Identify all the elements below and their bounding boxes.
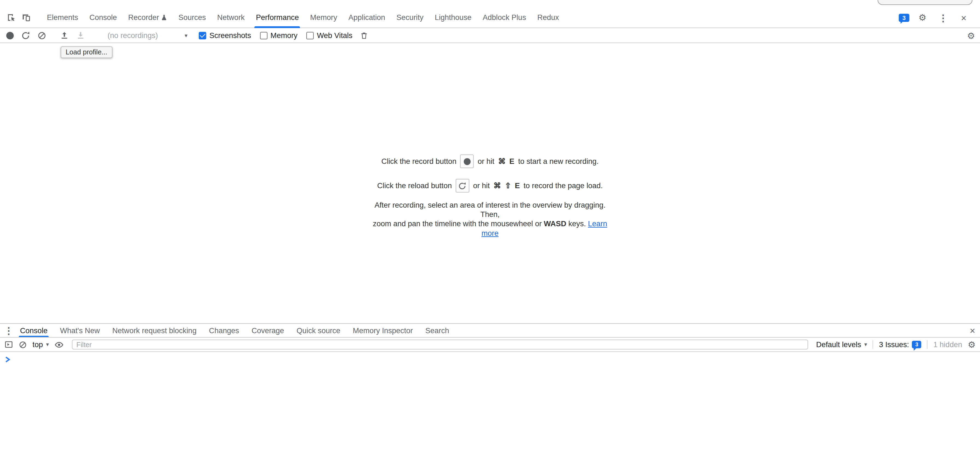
tab-network[interactable]: Network: [212, 7, 250, 28]
checkbox-label: Memory: [270, 31, 298, 40]
tab-label: Sources: [178, 13, 206, 22]
toolbar-divider: [873, 340, 873, 349]
issues-bubble-icon[interactable]: 3: [899, 13, 910, 22]
checkbox-box: [199, 32, 206, 39]
drawer-tab-search[interactable]: Search: [419, 324, 455, 337]
reload-hint-button[interactable]: [455, 179, 469, 193]
drawer-tabbar: ⋮ Console What's New Network request blo…: [0, 324, 980, 338]
drawer-more-tools-kebab-icon[interactable]: ⋮: [4, 324, 14, 337]
tab-label: Console: [89, 13, 117, 22]
close-devtools-icon[interactable]: ×: [956, 9, 971, 26]
performance-toolbar: (no recordings) ▾ Screenshots Memory Web…: [0, 28, 980, 43]
tab-lighthouse[interactable]: Lighthouse: [429, 7, 477, 28]
checkbox-box: [306, 32, 313, 39]
drawer-tab-coverage[interactable]: Coverage: [245, 324, 290, 337]
console-settings-gear-icon[interactable]: ⚙: [968, 340, 975, 349]
recordings-dropdown-label: (no recordings): [107, 31, 158, 40]
tab-label: Lighthouse: [435, 13, 471, 22]
cmd-key-glyph: ⌘: [493, 182, 501, 190]
tab-adblock-plus[interactable]: Adblock Plus: [477, 7, 532, 28]
console-messages-area[interactable]: [0, 352, 980, 457]
more-options-kebab-icon[interactable]: ⋮: [936, 9, 951, 26]
checkbox-label: Screenshots: [210, 31, 251, 40]
tab-label: Recorder: [128, 13, 159, 22]
after-recording-hint: After recording, select an area of inter…: [364, 201, 616, 238]
tab-label: Network: [217, 13, 245, 22]
console-sidebar-toggle-icon[interactable]: [5, 340, 13, 349]
web-vitals-checkbox[interactable]: Web Vitals: [306, 31, 352, 40]
performance-panel-body: Click the record button or hit ⌘ E to st…: [0, 43, 980, 324]
record-hint-button[interactable]: [460, 155, 474, 168]
recordings-dropdown[interactable]: (no recordings) ▾: [107, 31, 188, 40]
reload-and-profile-icon[interactable]: [21, 31, 30, 40]
inspect-element-icon[interactable]: [4, 9, 19, 26]
hint-text: to record the page load.: [523, 182, 603, 190]
clear-console-icon[interactable]: [19, 341, 27, 349]
console-filter-input[interactable]: [72, 339, 808, 350]
wasd-keys-text: WASD: [544, 219, 566, 228]
tab-application[interactable]: Application: [343, 7, 391, 28]
tab-performance[interactable]: Performance: [250, 7, 304, 28]
context-label: top: [33, 340, 43, 349]
tab-label: What's New: [60, 326, 100, 335]
reload-icon: [458, 182, 466, 190]
tab-label: Changes: [209, 326, 239, 335]
drawer-tab-changes[interactable]: Changes: [203, 324, 245, 337]
screenshots-checkbox[interactable]: Screenshots: [199, 31, 251, 40]
toolbar-divider: [927, 340, 928, 349]
tab-label: Memory Inspector: [353, 326, 413, 335]
drawer-tab-whats-new[interactable]: What's New: [54, 324, 106, 337]
drawer-close-icon[interactable]: ×: [965, 324, 980, 337]
tab-memory[interactable]: Memory: [305, 7, 343, 28]
memory-checkbox[interactable]: Memory: [260, 31, 298, 40]
tab-console[interactable]: Console: [84, 7, 123, 28]
tab-label: Redux: [537, 13, 559, 22]
capture-settings-gear-icon[interactable]: ⚙: [967, 31, 975, 40]
levels-label: Default levels: [816, 340, 861, 349]
settings-gear-icon[interactable]: ⚙: [915, 9, 930, 26]
reload-hint-row: Click the reload button or hit ⌘ ⇧ E to …: [377, 179, 603, 193]
issues-label: 3 Issues:: [879, 340, 909, 349]
clear-recording-icon[interactable]: [37, 31, 46, 40]
tab-label: Security: [396, 13, 423, 22]
console-prompt-chevron-icon: [5, 356, 11, 363]
tab-security[interactable]: Security: [391, 7, 429, 28]
tab-label: Quick source: [297, 326, 340, 335]
tab-recorder[interactable]: Recorder: [123, 7, 173, 28]
drawer-tab-network-request-blocking[interactable]: Network request blocking: [106, 324, 203, 337]
tab-elements[interactable]: Elements: [41, 7, 84, 28]
hint-text: keys.: [568, 219, 586, 228]
tab-label: Memory: [310, 13, 337, 22]
chevron-down-icon: ▾: [864, 341, 867, 347]
hint-text: zoom and pan the timeline with the mouse…: [373, 219, 542, 228]
empty-state-hint: Click the record button or hit ⌘ E to st…: [364, 155, 616, 238]
tab-sources[interactable]: Sources: [173, 7, 212, 28]
live-expression-eye-icon[interactable]: [54, 341, 64, 349]
tab-label: Performance: [256, 13, 299, 22]
hint-text: Click the record button: [382, 157, 457, 166]
device-toolbar-icon[interactable]: [19, 9, 34, 26]
console-prompt[interactable]: [0, 352, 980, 363]
record-hint-row: Click the record button or hit ⌘ E to st…: [382, 155, 598, 168]
cmd-key-glyph: ⌘: [498, 157, 506, 166]
tab-label: Elements: [47, 13, 78, 22]
experiment-flask-icon: [162, 14, 167, 21]
execution-context-dropdown[interactable]: top ▾: [33, 340, 49, 349]
record-dot-icon: [464, 158, 471, 165]
tab-redux[interactable]: Redux: [531, 7, 565, 28]
devtools-tabbar: Elements Console Recorder Sources Networ…: [0, 0, 980, 28]
checkbox-label: Web Vitals: [317, 31, 352, 40]
issues-bubble-icon: 3: [912, 341, 921, 348]
e-key-glyph: E: [515, 182, 520, 190]
drawer-tab-memory-inspector[interactable]: Memory Inspector: [347, 324, 419, 337]
drawer-tab-quick-source[interactable]: Quick source: [290, 324, 347, 337]
log-levels-dropdown[interactable]: Default levels ▾: [816, 340, 867, 349]
load-profile-tooltip: Load profile...: [61, 46, 112, 58]
issues-counter[interactable]: 3 Issues: 3: [879, 340, 922, 349]
drawer-tab-console[interactable]: Console: [14, 324, 54, 337]
record-button[interactable]: [6, 32, 14, 39]
load-profile-icon[interactable]: [60, 31, 68, 40]
chevron-down-icon: ▾: [185, 32, 187, 38]
garbage-collect-trash-icon[interactable]: [360, 31, 368, 40]
hint-text: or hit: [478, 157, 495, 166]
